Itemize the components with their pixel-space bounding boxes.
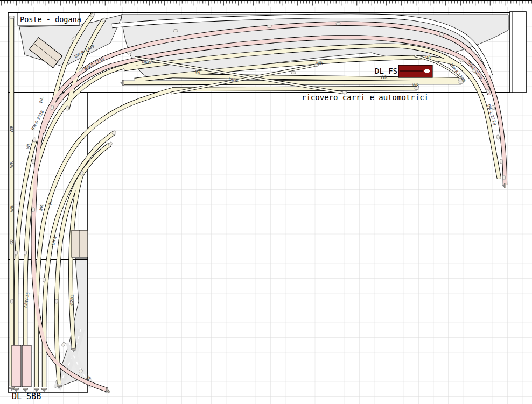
dl-fs-shed[interactable] (398, 65, 432, 77)
dl-sbb-shed-1[interactable] (12, 345, 21, 387)
rail-joint-handle[interactable] (267, 25, 271, 27)
shed-end-marker (424, 69, 430, 73)
track-label: WR (10, 205, 15, 212)
track-label: G231 (69, 294, 75, 306)
track-label: DKW (142, 59, 152, 65)
rail-joint-handle[interactable] (32, 159, 34, 164)
track-label: WR (9, 161, 14, 168)
track-label: WR (316, 61, 323, 66)
poste-dogana-label: Poste - dogana (20, 15, 81, 24)
rail-joint-handle[interactable] (24, 251, 27, 255)
rail-joint-handle[interactable] (10, 16, 14, 19)
ruler (0, 1, 532, 6)
rail-joint-handle[interactable] (51, 105, 54, 110)
rail-joint-handle[interactable] (43, 278, 45, 282)
track-plan-canvas[interactable]: WRWRWRWLWLDKWDKWWRWRWRWLWLWLWRWLDKWABW-1… (0, 0, 532, 404)
dl-sbb-shed-2[interactable] (22, 345, 31, 387)
rail-joint-handle[interactable] (336, 23, 340, 25)
track-label: WL (195, 69, 202, 75)
ricovero-label: ricovero carri e automotrici (302, 93, 429, 102)
rail-joint-handle[interactable] (173, 29, 178, 32)
rail-joint-handle[interactable] (33, 138, 36, 142)
rail-joint-handle[interactable] (291, 71, 296, 74)
dl-fs-label: DL FS (375, 67, 397, 75)
rail-joint-handle[interactable] (15, 251, 18, 255)
rail-joint-handle[interactable] (32, 208, 35, 212)
rail-joint-handle[interactable] (55, 299, 58, 303)
track-plan-drawing[interactable]: WRWRWRWLWLDKWDKWWRWRWRWLWLWLWRWLDKWABW-1… (0, 0, 532, 404)
rail-joint-handle[interactable] (11, 299, 13, 303)
rail-joint-handle[interactable] (500, 159, 503, 164)
rail-joint-handle[interactable] (502, 175, 505, 180)
track-label: WR (381, 75, 388, 80)
track-label: WL (10, 237, 15, 243)
dl-sbb-label: DL SBB (12, 392, 41, 401)
track-label: WR (9, 126, 14, 133)
track-label: WR (412, 83, 419, 88)
